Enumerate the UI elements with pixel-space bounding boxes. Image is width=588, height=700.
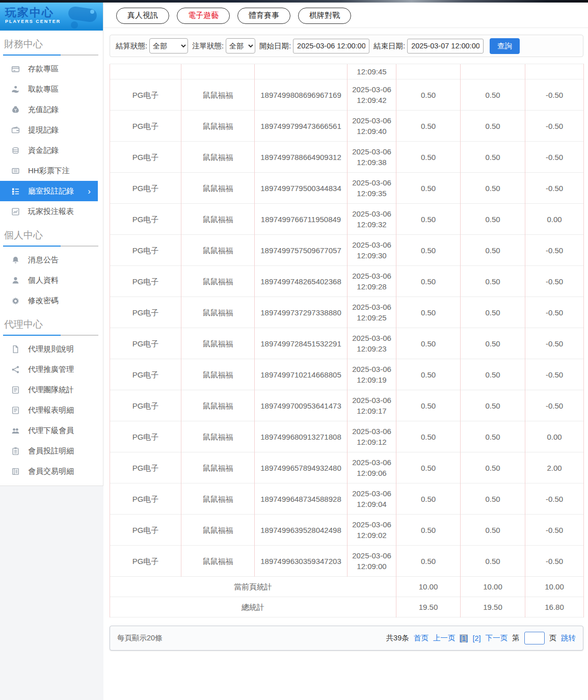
sidebar-item[interactable]: 充值記錄	[0, 99, 103, 120]
profit-cell: -0.50	[525, 390, 584, 421]
jump-suffix: 页	[549, 633, 557, 643]
bet-amount-cell: 0.50	[396, 359, 461, 390]
first-page-link[interactable]: 首页	[414, 633, 429, 643]
valid-bet-cell	[461, 64, 525, 79]
sidebar-item[interactable]: 個人資料	[0, 270, 103, 290]
table-row: PG电子鼠鼠福福18974997795003448342025-03-0612:…	[110, 173, 584, 204]
bet-time-cell: 2025-03-0612:09:04	[348, 483, 396, 515]
sidebar-item[interactable]: 代理推廣管理	[0, 359, 103, 380]
section-divider	[3, 55, 98, 56]
profit-cell: 2.00	[525, 452, 584, 483]
sidebar-item[interactable]: 代理報表明細	[0, 400, 103, 420]
provider-cell	[110, 64, 181, 79]
sidebar-item[interactable]: 代理規則說明	[0, 339, 103, 359]
order-id-cell: 1897499757509677057	[255, 235, 348, 266]
pager-controls: 共39条首页上一页[1][2]下一页第页跳转	[386, 632, 576, 644]
page-link[interactable]: [2]	[472, 634, 480, 642]
start-date-label: 開始日期:	[259, 41, 291, 51]
sidebar-item[interactable]: 修改密碼	[0, 290, 103, 311]
sidebar-item-label: 充值記錄	[28, 105, 59, 115]
rooms-icon	[11, 187, 20, 196]
valid-bet-cell: 0.50	[461, 235, 525, 266]
valid-bet-cell: 0.50	[461, 328, 525, 359]
sidebar-item-label: 玩家投注報表	[28, 207, 74, 217]
provider-cell: PG电子	[110, 297, 181, 328]
category-tab[interactable]: 體育賽事	[237, 8, 290, 24]
category-tab[interactable]: 真人視訊	[116, 8, 169, 24]
provider-cell: PG电子	[110, 483, 181, 515]
sidebar-item[interactable]: 代理團隊統計	[0, 380, 103, 400]
sidebar-item-label: 會員交易明細	[28, 467, 74, 476]
table-row: PG电子鼠鼠福福18974997575096770572025-03-0612:…	[110, 235, 584, 266]
summary-label: 當前頁統計	[110, 577, 396, 597]
game-name-cell: 鼠鼠福福	[181, 483, 255, 515]
sidebar-item-label: 代理團隊統計	[28, 385, 74, 395]
total-count: 共39条	[386, 633, 409, 643]
profit-cell: -0.50	[525, 111, 584, 142]
sidebar-item[interactable]: 提現記錄	[0, 120, 103, 140]
sidebar-item[interactable]: 廳室投註記錄›	[0, 181, 98, 201]
order-id-cell: 1897499630359347203	[255, 546, 348, 577]
table-row: PG电子鼠鼠福福18974997994736665612025-03-0612:…	[110, 111, 584, 142]
filter-bar: 結算狀態: 全部 注單狀態: 全部 開始日期: 結束日期: 查詢	[110, 35, 583, 57]
sidebar-item[interactable]: 資金記錄	[0, 140, 103, 160]
game-name-cell: 鼠鼠福福	[181, 266, 255, 297]
category-tab[interactable]: 電子遊藝	[177, 8, 230, 24]
game-name-cell	[181, 64, 255, 79]
start-date-input[interactable]	[293, 39, 369, 53]
sidebar-item[interactable]: 玩家投注報表	[0, 201, 103, 222]
order-id-cell: 1897499766711950849	[255, 204, 348, 235]
valid-bet-cell: 0.50	[461, 111, 525, 142]
profit-cell: -0.50	[525, 173, 584, 204]
profit-cell	[525, 64, 584, 79]
valid-bet-cell: 0.50	[461, 390, 525, 421]
user-icon	[11, 276, 20, 285]
search-button[interactable]: 查詢	[490, 38, 520, 54]
sidebar-item[interactable]: HH彩票下注	[0, 160, 103, 181]
bet-time-cell: 2025-03-0612:09:32	[348, 204, 396, 235]
table-row: PG电子鼠鼠福福18974997372973388802025-03-0612:…	[110, 297, 584, 328]
provider-cell: PG电子	[110, 266, 181, 297]
sidebar-item[interactable]: 取款專區	[0, 79, 103, 99]
game-name-cell: 鼠鼠福福	[181, 359, 255, 390]
doc-icon	[11, 345, 20, 354]
main-content: 真人視訊電子遊藝體育賽事棋牌對戰 結算狀態: 全部 注單狀態: 全部 開始日期:…	[103, 3, 588, 700]
jump-button[interactable]: 跳转	[561, 633, 576, 643]
end-date-input[interactable]	[407, 39, 484, 53]
next-page-link[interactable]: 下一页	[486, 633, 508, 643]
current-page-link[interactable]: [1]	[460, 634, 468, 642]
sidebar-item-label: 個人資料	[28, 276, 59, 285]
jump-page-input[interactable]	[524, 632, 545, 644]
sidebar-item-label: 提現記錄	[28, 125, 59, 135]
sidebar-item[interactable]: 會員交易明細	[0, 461, 103, 481]
category-tab[interactable]: 棋牌對戰	[298, 8, 351, 24]
sidebar-item[interactable]: 存款專區	[0, 59, 103, 79]
gamepad-icon	[64, 5, 100, 29]
bet-time-cell: 2025-03-0612:09:42	[348, 79, 396, 111]
provider-cell: PG电子	[110, 452, 181, 483]
sidebar-item[interactable]: 消息公告	[0, 250, 103, 270]
chart-icon	[11, 207, 20, 216]
valid-bet-cell: 0.50	[461, 546, 525, 577]
prev-page-link[interactable]: 上一页	[433, 633, 456, 643]
bet-time-cell: 12:09:45	[348, 64, 396, 79]
settle-status-select[interactable]: 全部	[149, 38, 188, 53]
section-divider	[3, 246, 98, 247]
profit-cell: -0.50	[525, 546, 584, 577]
sidebar-item[interactable]: 會員投註明細	[0, 441, 103, 461]
app-logo: 玩家中心 PLAYERS CENTER	[0, 3, 103, 31]
bet-amount-cell: 0.50	[396, 328, 461, 359]
order-id-cell: 1897499779500344834	[255, 173, 348, 204]
provider-cell: PG电子	[110, 546, 181, 577]
summary-value: 10.00	[396, 577, 461, 597]
order-status-select[interactable]: 全部	[226, 38, 255, 53]
summary-value: 10.00	[525, 577, 584, 597]
order-id-cell: 1897499728451532291	[255, 328, 348, 359]
section-divider	[3, 335, 98, 336]
table-row: PG电子鼠鼠福福18974998086969671692025-03-0612:…	[110, 79, 584, 111]
bet-time-cell: 2025-03-0612:09:38	[348, 142, 396, 173]
bet-time-cell: 2025-03-0612:09:30	[348, 235, 396, 266]
provider-cell: PG电子	[110, 204, 181, 235]
table-row: PG电子鼠鼠福福18974997284515322912025-03-0612:…	[110, 328, 584, 359]
sidebar-item[interactable]: 代理下級會員	[0, 420, 103, 441]
